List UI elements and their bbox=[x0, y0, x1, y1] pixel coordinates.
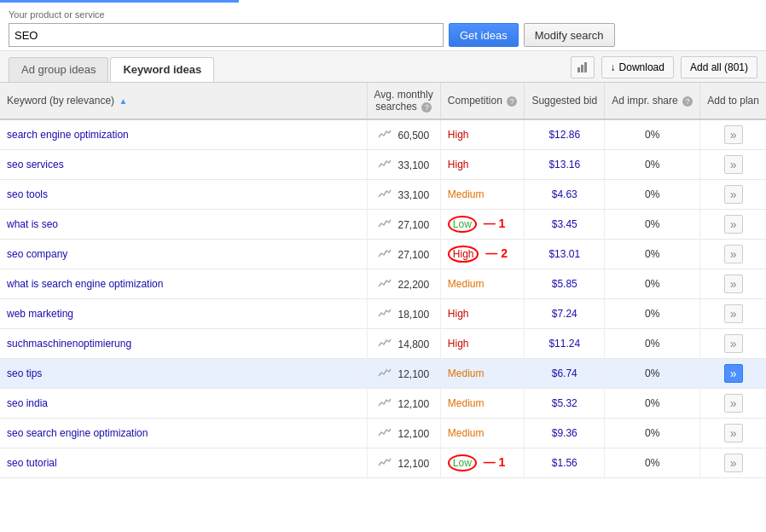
bid-value[interactable]: $13.16 bbox=[548, 159, 580, 171]
tab-keyword-ideas[interactable]: Keyword ideas bbox=[110, 57, 214, 82]
add-to-plan-button[interactable]: » bbox=[724, 155, 743, 174]
bid-value[interactable]: $13.01 bbox=[548, 248, 580, 260]
add-to-plan-button[interactable]: » bbox=[724, 275, 743, 293]
bid-value[interactable]: $9.36 bbox=[552, 427, 577, 439]
bid-value[interactable]: $6.74 bbox=[552, 367, 577, 379]
bid-value[interactable]: $7.24 bbox=[552, 308, 577, 320]
bid-value[interactable]: $1.56 bbox=[552, 457, 577, 469]
ad-impr-cell: 0% bbox=[605, 180, 700, 210]
search-input[interactable] bbox=[9, 23, 444, 47]
keyword-cell: suchmaschinenoptimierung bbox=[0, 329, 367, 359]
competition-cell: Medium bbox=[440, 389, 525, 419]
keyword-link[interactable]: seo company bbox=[7, 248, 67, 260]
keyword-cell: seo services bbox=[0, 150, 367, 180]
tab-ad-group-ideas[interactable]: Ad group ideas bbox=[9, 57, 108, 82]
trend-chart-icon[interactable] bbox=[378, 457, 392, 469]
avg-monthly-value: 14,800 bbox=[398, 338, 429, 350]
competition-value: Medium bbox=[448, 367, 485, 379]
add-to-plan-button[interactable]: » bbox=[724, 245, 743, 263]
ad-impr-cell: 0% bbox=[605, 299, 700, 329]
keyword-cell: web marketing bbox=[0, 299, 367, 329]
trend-chart-icon[interactable] bbox=[378, 278, 392, 290]
trend-chart-icon[interactable] bbox=[378, 367, 392, 379]
ad-impr-cell: 0% bbox=[605, 210, 700, 240]
add-to-plan-button[interactable]: » bbox=[724, 215, 743, 234]
trend-chart-icon[interactable] bbox=[378, 129, 392, 141]
table-row: seo india 12,100 Medium $5.32 0% » bbox=[0, 389, 766, 419]
add-to-plan-button[interactable]: » bbox=[724, 424, 743, 442]
competition-cell: Low — 1 bbox=[440, 448, 525, 478]
keyword-cell: seo search engine optimization bbox=[0, 419, 367, 448]
trend-chart-icon[interactable] bbox=[378, 159, 392, 171]
tabs-right: ↓ Download Add all (801) bbox=[571, 56, 757, 82]
keyword-link[interactable]: web marketing bbox=[7, 308, 73, 320]
keyword-link[interactable]: seo tools bbox=[7, 188, 48, 200]
trend-chart-icon[interactable] bbox=[378, 248, 392, 260]
competition-cell: Medium bbox=[440, 269, 525, 299]
avg-monthly-value: 12,100 bbox=[398, 428, 429, 440]
add-to-plan-button[interactable]: » bbox=[724, 454, 743, 472]
competition-cell: Medium bbox=[440, 359, 525, 389]
suggested-bid-cell: $4.63 bbox=[525, 180, 605, 210]
keyword-link[interactable]: search engine optimization bbox=[7, 129, 129, 141]
add-to-plan-button[interactable]: » bbox=[724, 125, 743, 144]
impr-info-icon[interactable]: ? bbox=[682, 96, 693, 107]
avg-monthly-value: 60,500 bbox=[398, 130, 429, 142]
add-to-plan-cell: » bbox=[700, 119, 766, 150]
add-to-plan-button[interactable]: » bbox=[724, 394, 743, 413]
sort-icon: ▲ bbox=[119, 96, 127, 106]
trend-chart-icon[interactable] bbox=[378, 397, 392, 409]
download-button[interactable]: ↓ Download bbox=[601, 56, 674, 78]
ad-impr-value: 0% bbox=[645, 457, 659, 469]
tabs-bar: Ad group ideas Keyword ideas ↓ Download … bbox=[0, 51, 766, 83]
table-row: what is seo 27,100 Low — 1 $3.45 0% » bbox=[0, 210, 766, 240]
chart-icon-cell: 33,100 bbox=[367, 180, 440, 210]
keyword-link[interactable]: suchmaschinenoptimierung bbox=[7, 338, 131, 350]
trend-chart-icon[interactable] bbox=[378, 427, 392, 439]
table-row: seo tools 33,100 Medium $4.63 0% » bbox=[0, 180, 766, 210]
table-row: what is search engine optimization 22,20… bbox=[0, 269, 766, 299]
ad-impr-value: 0% bbox=[645, 338, 659, 350]
bid-value[interactable]: $12.86 bbox=[548, 129, 580, 141]
competition-cell: High bbox=[440, 150, 525, 180]
ad-impr-value: 0% bbox=[645, 159, 659, 171]
keyword-cell: search engine optimization bbox=[0, 119, 367, 150]
bid-value[interactable]: $5.85 bbox=[552, 278, 577, 290]
modify-search-button[interactable]: Modify search bbox=[524, 23, 615, 47]
keyword-link[interactable]: seo services bbox=[7, 159, 64, 171]
competition-value: Low bbox=[448, 454, 477, 471]
top-bar: Your product or service Get ideas Modify… bbox=[0, 3, 766, 51]
add-to-plan-button[interactable]: » bbox=[724, 185, 743, 204]
chart-icon-cell: 22,200 bbox=[367, 269, 440, 299]
chart-view-icon[interactable] bbox=[571, 56, 595, 78]
keyword-link[interactable]: seo search engine optimization bbox=[7, 427, 148, 439]
keyword-link[interactable]: what is search engine optimization bbox=[7, 278, 163, 290]
trend-chart-icon[interactable] bbox=[378, 338, 392, 350]
bid-value[interactable]: $11.24 bbox=[548, 338, 580, 350]
add-all-button[interactable]: Add all (801) bbox=[681, 56, 757, 78]
add-to-plan-cell: » bbox=[700, 359, 766, 389]
trend-chart-icon[interactable] bbox=[378, 218, 392, 230]
bid-value[interactable]: $5.32 bbox=[552, 397, 577, 409]
suggested-bid-cell: $13.16 bbox=[525, 150, 605, 180]
trend-chart-icon[interactable] bbox=[378, 308, 392, 320]
svg-rect-1 bbox=[581, 65, 583, 72]
competition-info-icon[interactable]: ? bbox=[507, 96, 517, 107]
table-header: Keyword (by relevance) ▲ Avg. monthlysea… bbox=[0, 83, 766, 119]
suggested-bid-cell: $9.36 bbox=[525, 419, 605, 448]
keyword-link[interactable]: seo india bbox=[7, 397, 48, 409]
keyword-link[interactable]: seo tutorial bbox=[7, 457, 57, 469]
keyword-cell: seo tips bbox=[0, 359, 367, 389]
add-to-plan-button[interactable]: » bbox=[724, 364, 743, 383]
keyword-link[interactable]: what is seo bbox=[7, 218, 58, 230]
chart-icon-cell: 33,100 bbox=[367, 150, 440, 180]
keyword-link[interactable]: seo tips bbox=[7, 367, 42, 379]
add-to-plan-button[interactable]: » bbox=[724, 334, 743, 353]
avg-info-icon[interactable]: ? bbox=[421, 102, 432, 113]
annotation-arrow: — 1 bbox=[480, 217, 506, 230]
add-to-plan-button[interactable]: » bbox=[724, 304, 743, 323]
trend-chart-icon[interactable] bbox=[378, 188, 392, 200]
bid-value[interactable]: $3.45 bbox=[552, 218, 577, 230]
bid-value[interactable]: $4.63 bbox=[552, 188, 577, 200]
get-ideas-button[interactable]: Get ideas bbox=[449, 23, 519, 47]
